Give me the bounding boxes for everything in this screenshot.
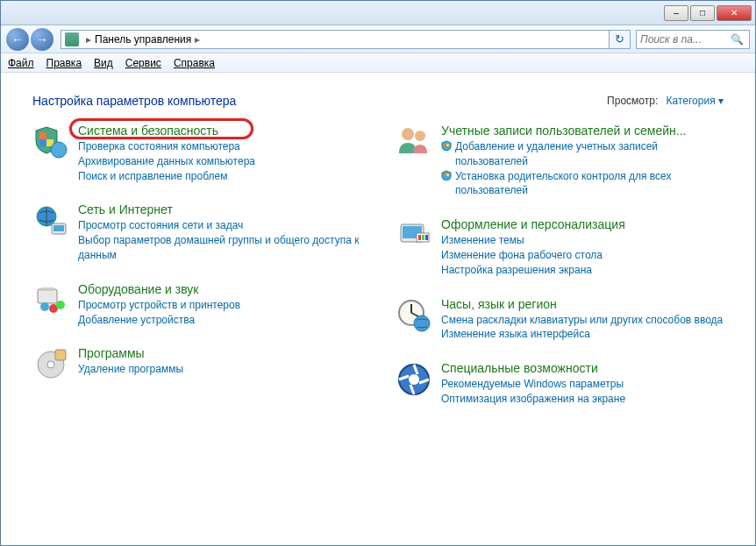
menu-help[interactable]: Справка bbox=[174, 57, 215, 69]
category-link[interactable]: Проверка состояния компьютера bbox=[78, 139, 360, 154]
navbar: ← → ▸ Панель управления ▸ ↻ 🔍 bbox=[1, 25, 755, 53]
svg-point-14 bbox=[47, 361, 54, 368]
category-title-programs[interactable]: Программы bbox=[78, 346, 145, 360]
category-body: Оформление и персонализация Изменение те… bbox=[441, 217, 724, 277]
svg-rect-2 bbox=[39, 139, 46, 146]
hardware-icon bbox=[32, 282, 69, 319]
svg-rect-0 bbox=[39, 132, 46, 139]
programs-icon bbox=[32, 346, 69, 383]
page-heading-row: Настройка параметров компьютера Просмотр… bbox=[32, 94, 724, 108]
category-link[interactable]: Добавление устройства bbox=[78, 313, 360, 328]
category-system: Система и безопасность Проверка состояни… bbox=[32, 124, 360, 183]
category-title-network[interactable]: Сеть и Интернет bbox=[78, 202, 173, 216]
category-body: Оборудование и звук Просмотр устройств и… bbox=[78, 282, 360, 328]
appearance-icon bbox=[396, 217, 432, 254]
category-body: Программы Удаление программы bbox=[78, 346, 360, 383]
nav-buttons: ← → bbox=[6, 28, 53, 51]
shield-icon bbox=[441, 140, 452, 151]
menu-tools[interactable]: Сервис bbox=[125, 57, 161, 69]
svg-rect-15 bbox=[55, 350, 66, 360]
search-box[interactable]: 🔍 bbox=[636, 30, 750, 49]
svg-rect-19 bbox=[446, 144, 449, 146]
menu-edit[interactable]: Правка bbox=[46, 57, 82, 69]
category-body: Часы, язык и регион Смена раскладки клав… bbox=[441, 297, 724, 343]
left-column: Система и безопасность Проверка состояни… bbox=[32, 124, 360, 407]
category-link[interactable]: Изменение фона рабочего стола bbox=[441, 248, 724, 263]
address-bar[interactable]: ▸ Панель управления ▸ bbox=[61, 30, 610, 49]
svg-point-4 bbox=[51, 142, 67, 158]
svg-point-10 bbox=[40, 302, 49, 311]
svg-point-17 bbox=[415, 131, 425, 141]
svg-rect-20 bbox=[444, 174, 446, 176]
minimize-button[interactable]: – bbox=[664, 5, 688, 21]
menu-view[interactable]: Вид bbox=[94, 57, 113, 69]
category-link[interactable]: Рекомендуемые Windows параметры bbox=[441, 377, 724, 392]
category-hardware: Оборудование и звук Просмотр устройств и… bbox=[32, 282, 360, 328]
svg-rect-7 bbox=[53, 225, 64, 231]
category-link[interactable]: Добавление и удаление учетных записей по… bbox=[441, 139, 724, 169]
category-users: Учетные записи пользователей и семейн...… bbox=[396, 124, 724, 198]
category-link[interactable]: Удаление программы bbox=[78, 362, 360, 377]
view-label: Просмотр: bbox=[607, 95, 658, 107]
svg-rect-18 bbox=[444, 144, 446, 146]
category-title-appearance[interactable]: Оформление и персонализация bbox=[441, 217, 625, 231]
category-network: Сеть и Интернет Просмотр состояния сети … bbox=[32, 202, 360, 262]
content: Настройка параметров компьютера Просмотр… bbox=[1, 73, 755, 545]
maximize-button[interactable]: □ bbox=[690, 5, 715, 21]
category-link[interactable]: Изменение темы bbox=[441, 233, 724, 248]
category-title-ease[interactable]: Специальные возможности bbox=[441, 361, 598, 375]
search-input[interactable] bbox=[640, 33, 731, 46]
system-security-icon bbox=[32, 124, 69, 160]
category-title-clock[interactable]: Часы, язык и регион bbox=[441, 297, 557, 311]
ease-of-access-icon bbox=[396, 361, 432, 398]
category-link[interactable]: Архивирование данных компьютера bbox=[78, 154, 360, 169]
search-icon: 🔍 bbox=[731, 33, 744, 46]
category-link[interactable]: Оптимизация изображения на экране bbox=[441, 392, 724, 407]
categories: Система и безопасность Проверка состояни… bbox=[32, 124, 724, 407]
shield-icon bbox=[441, 170, 452, 181]
category-title-system[interactable]: Система и безопасность bbox=[78, 124, 218, 138]
page-title: Настройка параметров компьютера bbox=[32, 94, 236, 108]
breadcrumb-item[interactable]: Панель управления bbox=[95, 33, 191, 46]
category-link[interactable]: Просмотр состояния сети и задач bbox=[78, 218, 360, 233]
view-mode-link[interactable]: Категория ▾ bbox=[667, 95, 724, 107]
category-link[interactable]: Просмотр устройств и принтеров bbox=[78, 298, 360, 313]
svg-point-12 bbox=[56, 301, 65, 309]
close-button[interactable]: ✕ bbox=[717, 5, 752, 21]
category-link[interactable]: Выбор параметров домашней группы и общег… bbox=[78, 233, 360, 263]
svg-rect-27 bbox=[425, 235, 428, 240]
right-column: Учетные записи пользователей и семейн...… bbox=[396, 124, 724, 407]
category-body: Система и безопасность Проверка состояни… bbox=[78, 124, 360, 183]
category-ease: Специальные возможности Рекомендуемые Wi… bbox=[396, 361, 724, 407]
svg-point-33 bbox=[409, 374, 419, 385]
titlebar: – □ ✕ bbox=[1, 1, 755, 25]
svg-rect-9 bbox=[41, 287, 53, 291]
category-clock: Часы, язык и регион Смена раскладки клав… bbox=[396, 297, 724, 343]
category-link[interactable]: Изменение языка интерфейса bbox=[441, 327, 724, 342]
category-title-hardware[interactable]: Оборудование и звук bbox=[78, 282, 199, 296]
users-icon bbox=[396, 124, 432, 160]
menubar: Файл Правка Вид Сервис Справка bbox=[1, 53, 755, 73]
category-body: Сеть и Интернет Просмотр состояния сети … bbox=[78, 202, 360, 262]
category-link[interactable]: Поиск и исправление проблем bbox=[78, 169, 360, 184]
menu-file[interactable]: Файл bbox=[8, 57, 34, 69]
network-icon bbox=[32, 202, 69, 239]
category-appearance: Оформление и персонализация Изменение те… bbox=[396, 217, 724, 277]
category-link[interactable]: Смена раскладки клавиатуры или других сп… bbox=[441, 313, 724, 328]
clock-icon bbox=[396, 297, 432, 334]
refresh-button[interactable]: ↻ bbox=[610, 30, 631, 49]
breadcrumb-sep: ▸ bbox=[195, 33, 200, 46]
svg-point-31 bbox=[414, 316, 430, 331]
svg-rect-8 bbox=[38, 289, 57, 303]
forward-button[interactable]: → bbox=[31, 28, 53, 51]
svg-point-16 bbox=[402, 128, 414, 140]
view-by: Просмотр: Категория ▾ bbox=[607, 95, 724, 107]
svg-rect-21 bbox=[446, 174, 449, 176]
category-title-users[interactable]: Учетные записи пользователей и семейн... bbox=[441, 124, 686, 138]
back-button[interactable]: ← bbox=[6, 28, 29, 51]
category-link[interactable]: Настройка разрешения экрана bbox=[441, 263, 724, 278]
control-panel-icon bbox=[65, 32, 79, 46]
breadcrumb-sep: ▸ bbox=[86, 33, 91, 46]
category-link[interactable]: Установка родительского контроля для все… bbox=[441, 169, 724, 199]
window: – □ ✕ ← → ▸ Панель управления ▸ ↻ 🔍 Файл… bbox=[0, 0, 756, 546]
